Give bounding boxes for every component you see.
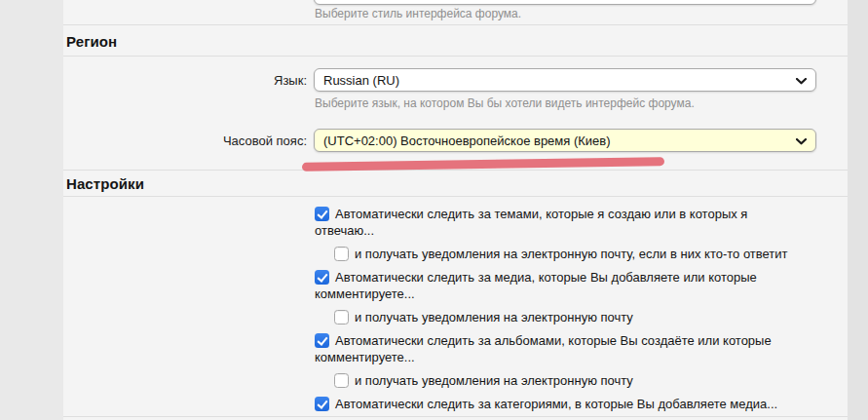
divider	[63, 416, 848, 417]
checkbox-label[interactable]: Автоматически следить за категориями, в …	[335, 397, 777, 411]
setting-row: и получать уведомления на электронную по…	[334, 309, 810, 325]
setting-row: Автоматически следить за категориями, в …	[315, 396, 810, 412]
setting-row: и получать уведомления на электронную по…	[334, 246, 810, 262]
checkbox-label[interactable]: Автоматически следить за медиа, которые …	[315, 270, 757, 301]
watch-threads-checkbox[interactable]	[315, 207, 329, 221]
checkbox-label[interactable]: и получать уведомления на электронную по…	[355, 373, 633, 388]
language-select[interactable]: Russian (RU)	[314, 68, 816, 92]
language-label: Язык:	[63, 73, 307, 88]
watch-albums-checkbox[interactable]	[315, 333, 329, 348]
preferences-page: Выберите стиль интерфейса форума. Регион…	[0, 0, 868, 420]
setting-row: Автоматически следить за альбомами, кото…	[315, 332, 810, 365]
chevron-down-icon	[796, 134, 807, 148]
divider	[63, 24, 848, 25]
email-notify-albums-checkbox[interactable]	[334, 373, 349, 388]
timezone-select-value: (UTC+02:00) Восточноевропейское время (К…	[323, 134, 611, 148]
divider	[63, 56, 848, 57]
settings-checkbox-list: Автоматически следить за темами, которые…	[315, 206, 810, 420]
preferences-form: Выберите стиль интерфейса форума. Регион…	[63, 0, 848, 420]
divider	[63, 170, 848, 171]
setting-row: и получать уведомления на электронную по…	[334, 372, 810, 389]
settings-heading: Настройки	[66, 175, 144, 192]
region-heading: Регион	[66, 33, 117, 50]
watch-media-checkbox[interactable]	[315, 270, 329, 285]
language-select-value: Russian (RU)	[323, 73, 399, 88]
timezone-select[interactable]: (UTC+02:00) Восточноевропейское время (К…	[314, 129, 816, 152]
checkbox-label[interactable]: Автоматически следить за темами, которые…	[315, 207, 747, 238]
checkbox-label[interactable]: и получать уведомления на электронную по…	[355, 247, 788, 261]
timezone-label: Часовой пояс:	[63, 134, 307, 148]
checkbox-label[interactable]: и получать уведомления на электронную по…	[355, 310, 633, 325]
right-gutter	[848, 0, 868, 420]
email-notify-media-checkbox[interactable]	[334, 310, 349, 325]
divider	[63, 196, 848, 197]
style-select[interactable]	[314, 0, 816, 5]
checkbox-label[interactable]: Автоматически следить за альбомами, кото…	[315, 333, 772, 364]
language-description: Выберите язык, на котором Вы бы хотели в…	[315, 96, 695, 110]
setting-row: Автоматически следить за темами, которые…	[315, 206, 810, 239]
setting-row: Автоматически следить за медиа, которые …	[315, 269, 810, 302]
style-description: Выберите стиль интерфейса форума.	[315, 7, 521, 20]
watch-categories-checkbox[interactable]	[315, 397, 329, 411]
email-notify-threads-checkbox[interactable]	[334, 247, 349, 261]
chevron-down-icon	[796, 73, 807, 88]
